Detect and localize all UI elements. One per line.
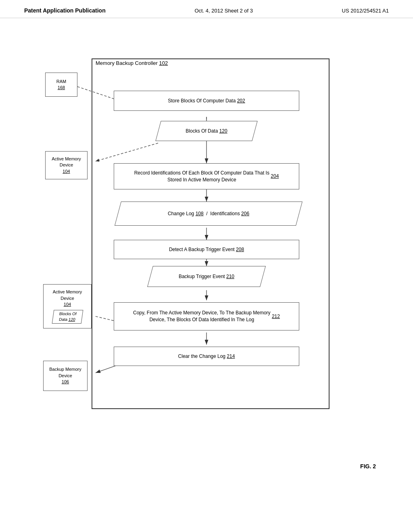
active-memory-top-box: Active Memory Device 104 bbox=[45, 151, 88, 179]
record-id-box: Record Identifications Of Each Block Of … bbox=[114, 163, 299, 189]
change-log-para: Change Log 108 / Identifications 206 bbox=[118, 202, 299, 226]
clear-log-box: Clear the Change Log 214 bbox=[114, 347, 299, 366]
copy-box: Copy, From The Active Memory Device, To … bbox=[114, 302, 299, 330]
active-memory-bot-box: Active Memory Device 104 Blocks Of Data … bbox=[43, 284, 92, 328]
store-blocks-box: Store Blocks Of Computer Data 202 bbox=[114, 91, 299, 111]
header-publication: Patent Application Publication bbox=[24, 7, 106, 14]
backup-trigger-para: Backup Trigger Event 210 bbox=[150, 266, 263, 287]
detect-box: Detect A Backup Trigger Event 208 bbox=[114, 240, 299, 259]
page-header: Patent Application Publication Oct. 4, 2… bbox=[0, 0, 413, 18]
fig-label: FIG. 2 bbox=[360, 463, 376, 470]
backup-memory-box: Backup Memory Device 106 bbox=[43, 361, 88, 391]
header-patent-number: US 2012/254521 A1 bbox=[342, 8, 389, 14]
header-date-sheet: Oct. 4, 2012 Sheet 2 of 3 bbox=[194, 8, 253, 14]
blocks-data-para: Blocks Of Data 120 bbox=[158, 121, 255, 141]
diagram-area: Memory Backup Controller 102 RAM 168 Sto… bbox=[33, 42, 380, 437]
controller-label: Memory Backup Controller 102 bbox=[96, 60, 168, 66]
ram-box: RAM 168 bbox=[45, 73, 77, 97]
